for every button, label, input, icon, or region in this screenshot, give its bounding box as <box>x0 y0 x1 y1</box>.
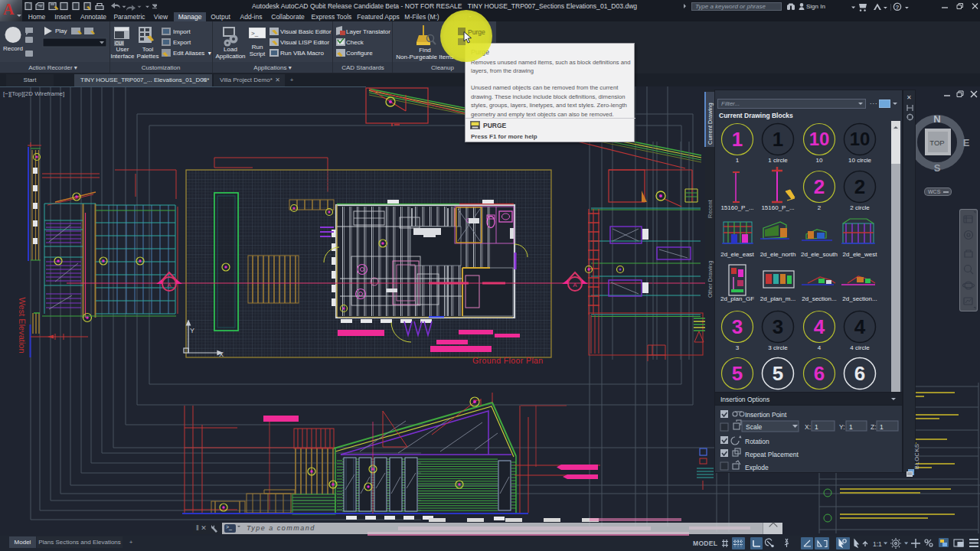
svg-text:A: A <box>573 282 577 289</box>
svg-text:2d_ele_east: 2d_ele_east <box>720 251 754 258</box>
svg-text:2d_ele_south: 2d_ele_south <box>801 251 838 258</box>
svg-text:1: 1 <box>773 128 783 151</box>
svg-text:A: A <box>167 282 172 289</box>
svg-text:2d_section...: 2d_section... <box>842 295 877 302</box>
svg-text:Ground Floor Plan: Ground Floor Plan <box>472 356 544 365</box>
svg-text:3: 3 <box>732 315 743 338</box>
svg-text:West Elevation: West Elevation <box>18 297 27 353</box>
svg-text:15160_P_...: 15160_P_... <box>761 204 794 211</box>
svg-text:10: 10 <box>850 129 871 149</box>
svg-text:1 circle: 1 circle <box>768 157 788 164</box>
svg-text:15160_P_...: 15160_P_... <box>720 204 753 211</box>
svg-text:10 circle: 10 circle <box>848 157 871 164</box>
svg-text:2d_ele_north: 2d_ele_north <box>760 251 796 258</box>
svg-text:?: ? <box>896 4 900 11</box>
svg-text:2 circle: 2 circle <box>850 204 870 211</box>
svg-text:Scale: Scale <box>746 423 763 431</box>
svg-text:3 circle: 3 circle <box>768 344 788 351</box>
svg-text:4: 4 <box>854 315 866 338</box>
svg-text:TOP: TOP <box>929 139 944 147</box>
svg-text:4: 4 <box>818 344 822 351</box>
svg-text:Z:: Z: <box>871 423 877 431</box>
svg-text:>_: >_ <box>251 30 259 37</box>
svg-text:3: 3 <box>736 344 740 351</box>
svg-text:CUI: CUI <box>115 41 123 46</box>
svg-text:Y:: Y: <box>839 423 845 431</box>
svg-text:1: 1 <box>736 157 740 164</box>
svg-text:3: 3 <box>773 315 783 338</box>
svg-text:Rotation: Rotation <box>745 438 769 445</box>
svg-text:2d_ele_west: 2d_ele_west <box>843 251 878 258</box>
svg-text:10: 10 <box>809 129 830 149</box>
svg-text:1: 1 <box>815 423 818 431</box>
svg-text:Repeat Placement: Repeat Placement <box>745 451 799 458</box>
svg-text:X: X <box>219 350 224 358</box>
svg-text:2d_plan_m...: 2d_plan_m... <box>760 295 795 302</box>
svg-text:5: 5 <box>732 362 743 385</box>
svg-text:Explode: Explode <box>745 464 769 471</box>
svg-text:10: 10 <box>816 157 823 164</box>
svg-text:N: N <box>933 113 940 125</box>
svg-text:2: 2 <box>818 204 822 211</box>
svg-text:2d_section...: 2d_section... <box>802 295 836 302</box>
svg-text:1: 1 <box>849 423 853 431</box>
svg-text:2: 2 <box>854 175 865 198</box>
svg-text:X:: X: <box>805 423 811 431</box>
svg-text:1:1: 1:1 <box>873 540 882 548</box>
svg-text:2: 2 <box>814 175 825 198</box>
svg-text:5: 5 <box>773 362 783 385</box>
svg-text:Y: Y <box>190 327 194 334</box>
svg-text:6: 6 <box>814 362 825 385</box>
svg-text:1: 1 <box>732 128 743 151</box>
svg-text:2d_plan_GF: 2d_plan_GF <box>720 295 754 302</box>
svg-text:6: 6 <box>854 362 865 385</box>
svg-text:E: E <box>963 137 970 148</box>
svg-text:Insertion Point: Insertion Point <box>745 411 787 419</box>
svg-text:S: S <box>934 162 941 174</box>
svg-text:1: 1 <box>880 423 884 431</box>
svg-text:4: 4 <box>814 315 825 338</box>
svg-text:4 circle: 4 circle <box>850 344 870 351</box>
